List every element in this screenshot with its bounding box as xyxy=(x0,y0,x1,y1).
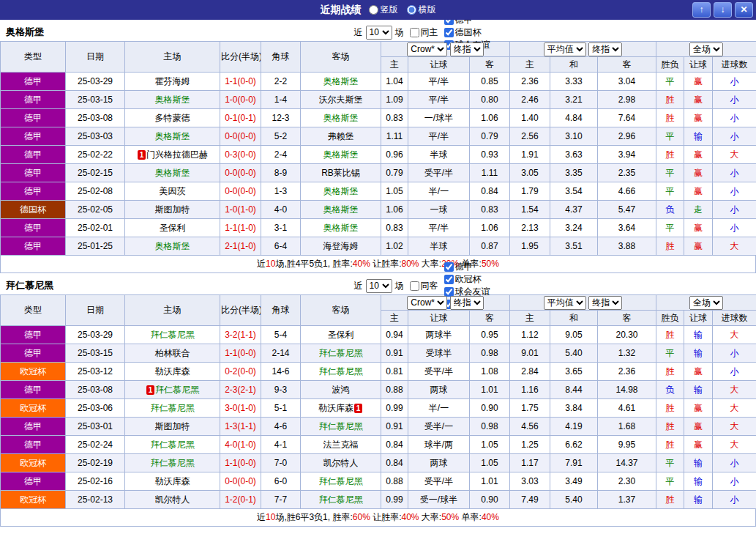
home-team-name: 斯图加特 xyxy=(155,421,190,431)
vertical-layout-radio[interactable]: 竖版 xyxy=(369,4,398,16)
home-team-cell[interactable]: 奥格斯堡 xyxy=(125,91,220,109)
away-team-cell[interactable]: 拜仁慕尼黑 xyxy=(301,418,381,436)
vertical-layout-radio-input[interactable] xyxy=(369,5,378,15)
euro-home-odds-cell: 1.95 xyxy=(510,237,550,256)
away-team-cell[interactable]: 拜仁慕尼黑 xyxy=(301,491,381,509)
euro-away-odds-cell: 14.37 xyxy=(598,454,656,472)
result-cell: 胜 xyxy=(656,326,684,344)
home-team-cell[interactable]: 凯尔特人 xyxy=(125,491,220,509)
away-team-name: 勒沃库森 xyxy=(318,403,353,413)
home-team-cell[interactable]: 勒沃库森 xyxy=(125,472,220,491)
euro-draw-odds-cell: 5.40 xyxy=(550,491,598,509)
handicap-result-cell: 输 xyxy=(684,326,713,344)
home-team-cell[interactable]: 霍芬海姆 xyxy=(125,73,220,91)
league-filter[interactable]: 德甲 xyxy=(441,261,490,273)
league-filter[interactable]: 德国杯 xyxy=(441,26,490,39)
goals-result-cell: 大 xyxy=(713,418,756,436)
away-team-cell[interactable]: 沃尔夫斯堡 xyxy=(301,91,381,109)
avg-select[interactable]: 平均值 xyxy=(544,42,586,56)
away-team-cell[interactable]: 奥格斯堡 xyxy=(301,146,381,164)
away-team-cell[interactable]: 拜仁慕尼黑 xyxy=(301,363,381,381)
away-team-cell[interactable]: 圣保利 xyxy=(301,326,381,344)
home-team-cell[interactable]: 拜仁慕尼黑 xyxy=(125,436,220,454)
home-team-cell[interactable]: 1拜仁慕尼黑 xyxy=(125,381,220,399)
home-team-cell[interactable]: 斯图加特 xyxy=(125,418,220,436)
away-team-cell[interactable]: 奥格斯堡 xyxy=(301,73,381,91)
same-venue-filter[interactable]: 同主 xyxy=(407,26,438,39)
scroll-up-button[interactable]: ↑ xyxy=(692,2,711,18)
euro-draw-odds-cell: 3.10 xyxy=(550,127,598,146)
euro-away-odds-cell: 5.47 xyxy=(598,201,656,219)
away-team-cell[interactable]: 奥格斯堡 xyxy=(301,182,381,201)
away-team-cell[interactable]: 奥格斯堡 xyxy=(301,219,381,237)
scroll-down-button[interactable]: ↓ xyxy=(714,2,732,18)
home-team-cell[interactable]: 拜仁慕尼黑 xyxy=(125,399,220,418)
match-row: 德甲25-03-29拜仁慕尼黑3-2(1-1)5-4圣保利0.94两球半0.95… xyxy=(1,326,756,344)
euro-draw-odds-cell: 3.84 xyxy=(550,399,598,418)
league-filter-checkbox[interactable] xyxy=(444,28,454,37)
handicap-result-cell: 赢 xyxy=(684,219,713,237)
home-team-cell[interactable]: 拜仁慕尼黑 xyxy=(125,326,220,344)
league-filter[interactable]: 欧冠杯 xyxy=(441,273,490,286)
corner-cell: 14-6 xyxy=(261,363,301,381)
scope-select[interactable]: 全场 xyxy=(689,296,723,310)
corner-cell: 1-3 xyxy=(261,182,301,201)
horizontal-layout-radio[interactable]: 横版 xyxy=(407,4,436,16)
match-count-select[interactable]: 10 xyxy=(366,279,392,293)
avg-time-select[interactable]: 终指 xyxy=(588,296,622,310)
away-team-cell[interactable]: 勒沃库森1 xyxy=(301,399,381,418)
home-team-cell[interactable]: 美因茨 xyxy=(125,182,220,201)
euro-away-odds-cell: 3.04 xyxy=(598,73,656,91)
away-team-cell[interactable]: 奥格斯堡 xyxy=(301,109,381,127)
home-team-cell[interactable]: 1门兴格拉德巴赫 xyxy=(125,146,220,164)
home-team-cell[interactable]: 斯图加特 xyxy=(125,201,220,219)
matches-body: 德甲25-03-29霍芬海姆1-1(0-0)2-2奥格斯堡1.04平/半0.85… xyxy=(1,73,756,256)
close-button[interactable]: ✕ xyxy=(735,2,753,18)
same-venue-checkbox[interactable] xyxy=(410,28,419,37)
away-team-cell[interactable]: 法兰克福 xyxy=(301,436,381,454)
euro-home-odds-cell: 4.56 xyxy=(510,418,550,436)
odds-source-select[interactable]: Crow* xyxy=(407,296,447,310)
avg-time-select[interactable]: 终指 xyxy=(588,42,622,56)
away-team-cell[interactable]: 拜仁慕尼黑 xyxy=(301,472,381,491)
same-venue-label: 同主 xyxy=(421,26,438,39)
handicap-result-cell: 赢 xyxy=(684,436,713,454)
scope-select[interactable]: 全场 xyxy=(689,42,723,56)
away-team-name: 沃尔夫斯堡 xyxy=(319,94,363,105)
euro-home-odds-cell: 3.03 xyxy=(510,472,550,491)
away-team-cell[interactable]: 拜仁慕尼黑 xyxy=(301,344,381,363)
euro-draw-odds-cell: 3.65 xyxy=(550,363,598,381)
layout-radio-group: 竖版 横版 xyxy=(369,4,436,16)
league-filter-checkbox[interactable] xyxy=(444,262,454,272)
away-team-cell[interactable]: 弗赖堡 xyxy=(301,127,381,146)
handicap-result-cell: 输 xyxy=(684,491,713,509)
asia-handicap-cell: 两球 xyxy=(408,381,470,399)
home-team-cell[interactable]: 奥格斯堡 xyxy=(125,237,220,256)
same-venue-filter[interactable]: 同客 xyxy=(407,280,438,292)
goals-result-cell: 小 xyxy=(713,491,756,509)
odds-time-select[interactable]: 终指 xyxy=(450,42,484,56)
horizontal-layout-radio-input[interactable] xyxy=(407,5,416,15)
same-venue-checkbox[interactable] xyxy=(410,281,419,291)
avg-select[interactable]: 平均值 xyxy=(544,296,586,310)
home-team-cell[interactable]: 奥格斯堡 xyxy=(125,164,220,182)
home-team-cell[interactable]: 奥格斯堡 xyxy=(125,127,220,146)
away-team-cell[interactable]: 海登海姆 xyxy=(301,237,381,256)
odds-time-select[interactable]: 终指 xyxy=(450,296,484,310)
asia-away-odds-cell: 0.98 xyxy=(470,418,510,436)
home-team-cell[interactable]: 拜仁慕尼黑 xyxy=(125,454,220,472)
corner-cell: 4-1 xyxy=(261,436,301,454)
away-team-cell[interactable]: 凯尔特人 xyxy=(301,454,381,472)
league-filter-checkbox[interactable] xyxy=(444,275,454,284)
home-team-name: 奥格斯堡 xyxy=(155,94,190,105)
match-count-select[interactable]: 10 xyxy=(366,26,392,40)
home-team-cell[interactable]: 勒沃库森 xyxy=(125,363,220,381)
col-euro-away: 客 xyxy=(598,311,656,326)
home-team-cell[interactable]: 多特蒙德 xyxy=(125,109,220,127)
home-team-cell[interactable]: 圣保利 xyxy=(125,219,220,237)
away-team-cell[interactable]: 波鸿 xyxy=(301,381,381,399)
away-team-cell[interactable]: RB莱比锡 xyxy=(301,164,381,182)
home-team-cell[interactable]: 柏林联合 xyxy=(125,344,220,363)
odds-source-select[interactable]: Crow* xyxy=(407,42,447,56)
away-team-cell[interactable]: 奥格斯堡 xyxy=(301,201,381,219)
